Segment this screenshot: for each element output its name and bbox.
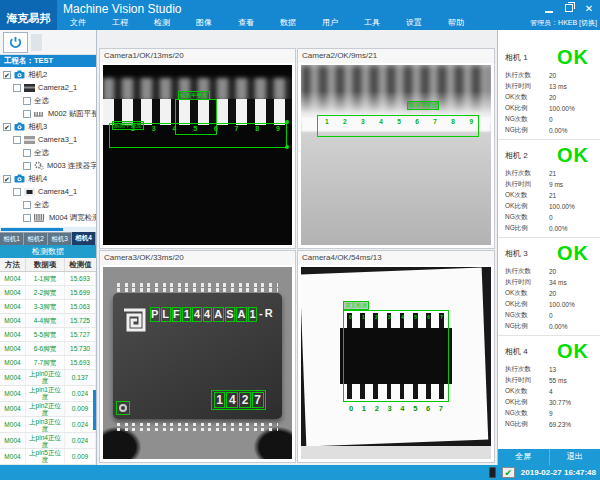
table-row[interactable]: M004上pin1正位度0.024 — [0, 386, 96, 402]
tree-module-row-0[interactable]: M002 贴面平整度 — [0, 107, 96, 120]
restore-button[interactable] — [563, 2, 575, 14]
menu-item-2[interactable]: 检测 — [141, 16, 183, 30]
table-row[interactable]: M0042-2脚宽15.699 — [0, 286, 96, 300]
close-button[interactable]: ✕ — [583, 2, 595, 14]
item-cell: 上pin4正位度 — [26, 433, 65, 448]
menu-item-7[interactable]: 工具 — [351, 16, 393, 30]
checkbox[interactable]: ✔ — [3, 175, 11, 183]
tree-child-row-2[interactable]: Camera4_1 — [0, 185, 96, 198]
pin-number: 0 — [349, 404, 353, 413]
table-row[interactable]: M0044-4脚宽15.725 — [0, 314, 96, 328]
tree-camera-row-0[interactable]: ✔相机2 — [0, 68, 96, 81]
stat-label: NG次数 — [505, 311, 549, 320]
tree-module-row-2[interactable]: M004 调宽检测 — [0, 211, 96, 224]
checkbox[interactable]: ✔ — [3, 71, 11, 79]
fullscreen-button[interactable]: 全屏 — [498, 449, 550, 465]
shadow-blob — [254, 427, 292, 459]
value-cell: 0.009 — [65, 449, 96, 464]
tab-camera-4[interactable]: 相机4 — [72, 232, 95, 245]
camera3-image[interactable]: PLF144ASA1-R 1427 — [103, 267, 292, 459]
menu-item-6[interactable]: 用户 — [309, 16, 351, 30]
value-cell: 0.024 — [65, 417, 96, 432]
camera-grid: Camera1/OK/13ms/20 23456789 贴面平整度 贴面平整度 … — [97, 30, 497, 465]
roi-box — [175, 99, 217, 135]
menu-item-8[interactable]: 设置 — [393, 16, 435, 30]
exit-button[interactable]: 退出 — [550, 449, 600, 465]
char-box: 7 — [252, 392, 264, 408]
item-cell: 上pin5正位度 — [26, 449, 65, 464]
tab-camera-3[interactable]: 相机3 — [48, 233, 71, 245]
table-row[interactable]: M004上pin4正位度0.024 — [0, 433, 96, 449]
table-row[interactable]: M0043-3脚宽15.063 — [0, 300, 96, 314]
table-row[interactable]: M004上pin2正位度0.009 — [0, 402, 96, 418]
window-controls: ✕ — [543, 2, 595, 14]
tree-child-row-1[interactable]: Camera3_1 — [0, 133, 96, 146]
value-cell: 0.024 — [65, 433, 96, 448]
tree-select-all-row-2[interactable]: 全选 — [0, 198, 96, 211]
stat-row: NG比例69.23% — [505, 419, 593, 430]
char-box: 2 — [239, 392, 251, 408]
pin-number: 7 — [439, 404, 443, 413]
item-cell: 2-2脚宽 — [26, 286, 65, 299]
tree-camera-row-2[interactable]: ✔相机4 — [0, 172, 96, 185]
camera4-panel: Camera4/OK/54ms/13 调宽检测 01234567 0123456… — [297, 250, 495, 463]
method-cell: M004 — [0, 370, 26, 385]
checkbox[interactable] — [13, 84, 21, 92]
tree-module-row-1[interactable]: M003 连接器字符 — [0, 159, 96, 172]
checkbox[interactable] — [23, 201, 31, 209]
menu-item-3[interactable]: 图像 — [183, 16, 225, 30]
menu-item-1[interactable]: 工程 — [99, 16, 141, 30]
table-row[interactable]: M004上pin5正位度0.009 — [0, 449, 96, 465]
camera4-image[interactable]: 调宽检测 01234567 01234567 — [301, 267, 491, 459]
admin-name: 管理员：HKEB — [530, 19, 577, 26]
table-row[interactable]: M0045-5脚宽15.727 — [0, 328, 96, 342]
char-box: S — [225, 307, 235, 322]
tree-child-label: Camera3_1 — [38, 135, 77, 144]
hscroll-thumb[interactable] — [1, 228, 63, 231]
checkbox[interactable] — [13, 188, 21, 196]
tree-camera-row-1[interactable]: ✔相机3 — [0, 120, 96, 133]
char-box: 1 — [214, 392, 226, 408]
checkbox[interactable] — [23, 110, 31, 118]
table-row[interactable]: M0047-7脚宽15.693 — [0, 356, 96, 370]
marker-dot — [285, 120, 289, 124]
toolbar-slot — [31, 34, 42, 51]
tab-camera-1[interactable]: 相机1 — [0, 233, 23, 245]
camera1-header: Camera1/OK/13ms/20 — [100, 49, 295, 63]
tree-child-row-0[interactable]: Camera2_1 — [0, 81, 96, 94]
camera-status-block-3: 相机 3OK执行次数20执行时间34 msOK次数20OK比例100.00%NG… — [498, 238, 600, 336]
checkbox[interactable] — [23, 97, 31, 105]
table-vscroll-thumb[interactable] — [93, 390, 96, 430]
status-block-header: 相机 3OK — [505, 242, 593, 264]
pin-number: 3 — [361, 118, 365, 125]
table-row[interactable]: M0041-1脚宽15.693 — [0, 272, 96, 286]
minimize-button[interactable] — [543, 2, 555, 14]
tree-select-all-row-1[interactable]: 全选 — [0, 146, 96, 159]
pin-number: 1 — [362, 404, 366, 413]
stat-value: 0.00% — [549, 127, 567, 134]
table-row[interactable]: M004上pin3正位度0.024 — [0, 417, 96, 433]
camera1-image[interactable]: 23456789 贴面平整度 贴面平整度 — [103, 65, 292, 245]
checkbox[interactable] — [23, 214, 31, 222]
tree-select-all-row-0[interactable]: 全选 — [0, 94, 96, 107]
menu-item-9[interactable]: 帮助 — [435, 16, 477, 30]
power-button[interactable] — [3, 32, 28, 53]
menu-item-4[interactable]: 查看 — [225, 16, 267, 30]
result-ok: OK — [557, 340, 589, 363]
switch-user-link[interactable]: [切换] — [579, 19, 597, 26]
chip-date-code: 1427 — [211, 390, 266, 410]
table-row[interactable]: M004上pin0正位度0.137 — [0, 370, 96, 386]
checkbox[interactable] — [23, 162, 31, 170]
pin-number: 2 — [375, 314, 378, 320]
table-row[interactable]: M0046-6脚宽15.730 — [0, 342, 96, 356]
menu-item-0[interactable]: 文件 — [57, 16, 99, 30]
stat-value: 21 — [549, 192, 556, 199]
menu-item-5[interactable]: 数据 — [267, 16, 309, 30]
tree-hscrollbar[interactable] — [0, 227, 96, 232]
checkbox[interactable]: ✔ — [3, 123, 11, 131]
stat-row: 执行次数20 — [505, 266, 593, 277]
tab-camera-2[interactable]: 相机2 — [24, 233, 47, 245]
camera2-image[interactable]: 123456789 贴面平整度 — [301, 65, 491, 245]
checkbox[interactable] — [23, 149, 31, 157]
checkbox[interactable] — [13, 136, 21, 144]
